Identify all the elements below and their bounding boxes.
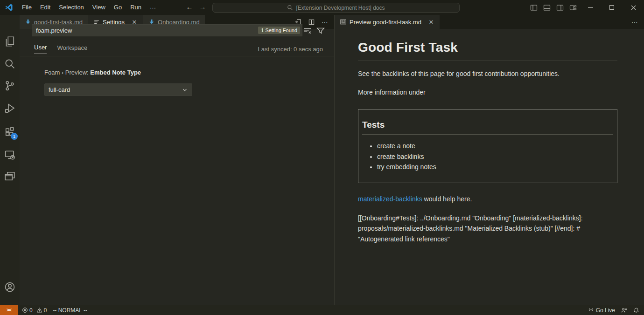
tab-preview-good-first-task[interactable]: Preview good-first-task.md ✕ [335, 15, 440, 29]
filter-settings-icon[interactable] [316, 27, 325, 35]
navigate-back-icon[interactable]: ← [184, 0, 195, 15]
notifications-bell-icon[interactable] [633, 307, 639, 314]
embedded-note-card: Tests create a note create backlinks try… [358, 109, 617, 183]
toggle-primary-sidebar-icon[interactable] [527, 0, 540, 15]
note-card-title: Tests [362, 120, 613, 135]
broadcast-icon [588, 307, 594, 313]
error-count: 0 [29, 307, 33, 314]
extensions-icon[interactable]: 1 [4, 127, 15, 138]
accounts-icon[interactable] [4, 281, 15, 293]
note-card-list: create a note create backlinks try embed… [362, 141, 613, 172]
link-suffix-text: would help here. [422, 195, 472, 203]
link-paragraph: materialized-backlinks would help here. [358, 195, 617, 203]
toggle-panel-icon[interactable] [540, 0, 553, 15]
settings-search-box: 1 Setting Found [32, 24, 302, 36]
explorer-icon[interactable] [4, 36, 15, 47]
run-debug-icon[interactable] [4, 103, 15, 114]
markdown-file-icon [25, 19, 31, 25]
menu-more-icon[interactable]: ··· [146, 4, 160, 11]
preview-title: Good First Task [358, 40, 617, 61]
last-synced-label: Last synced: 0 secs ago [258, 46, 323, 53]
menu-file[interactable]: File [18, 0, 36, 15]
menu-selection[interactable]: Selection [55, 0, 88, 15]
search-view-icon[interactable] [4, 58, 15, 69]
title-bar: File Edit Selection View Go Run ··· ← → … [0, 0, 644, 15]
tab-bar-group2: Preview good-first-task.md ✕ ⋯ [335, 15, 644, 29]
settings-scope-row: User Workspace Last synced: 0 secs ago [34, 44, 323, 54]
menu-go[interactable]: Go [110, 0, 126, 15]
editor-actions-group2: ⋯ [631, 15, 644, 29]
link-references-text: [[Onboarding#Tests]: ../Onboarding.md "O… [358, 213, 617, 245]
setting-title: Foam › Preview: Embed Note Type [44, 69, 141, 76]
problems-status[interactable]: 0 0 [22, 307, 47, 314]
scope-tab-user[interactable]: User [34, 44, 47, 54]
source-control-icon[interactable] [4, 80, 15, 91]
remote-explorer-icon[interactable] [4, 149, 15, 160]
editor-group-preview: Preview good-first-task.md ✕ ⋯ Good Firs… [334, 15, 644, 305]
tab-label: Preview good-first-task.md [350, 19, 421, 26]
chevron-down-icon [182, 87, 188, 93]
settings-header-divider [20, 56, 334, 56]
windows-view-icon[interactable] [4, 171, 15, 182]
split-editor-icon[interactable] [308, 19, 315, 26]
status-bar: >< 0 0 -- NORMAL -- Go Live [0, 305, 644, 315]
settings-search-input[interactable] [32, 27, 258, 34]
maximize-button[interactable] [601, 0, 623, 15]
toggle-secondary-sidebar-icon[interactable] [553, 0, 567, 15]
more-actions-icon[interactable]: ⋯ [631, 18, 638, 26]
remote-indicator[interactable]: >< [0, 305, 18, 315]
list-item: create a note [377, 141, 613, 151]
editor-group-settings: good-first-task.md Settings ✕ Onboarding… [20, 15, 334, 305]
close-window-button[interactable] [623, 0, 644, 15]
clear-settings-filter-icon[interactable] [303, 27, 312, 35]
menu-view[interactable]: View [88, 0, 110, 15]
go-live-button[interactable]: Go Live [588, 307, 615, 314]
vscode-logo-icon [5, 3, 13, 12]
list-item: create backlinks [377, 151, 613, 162]
warning-icon [36, 307, 42, 313]
setting-category: Foam › Preview: [44, 69, 90, 76]
preview-paragraph: More information under [358, 88, 617, 97]
vscode-window: File Edit Selection View Go Run ··· ← → … [0, 0, 644, 315]
list-item: try embedding notes [377, 162, 613, 172]
preview-pane: Good First Task See the backlinks of thi… [335, 29, 644, 305]
command-center-label: [Extension Development Host] docs [296, 5, 385, 11]
error-icon [22, 307, 28, 313]
setting-name: Embed Note Type [90, 69, 141, 76]
settings-results-badge: 1 Setting Found [258, 27, 300, 34]
search-icon [287, 5, 293, 11]
customize-layout-icon[interactable] [567, 0, 580, 15]
activity-bar: 1 ⚙ [0, 15, 20, 305]
navigate-forward-icon[interactable]: → [197, 0, 208, 15]
feedback-icon[interactable] [621, 307, 628, 314]
vim-mode-indicator[interactable]: -- NORMAL -- [53, 307, 87, 314]
minimize-button[interactable] [580, 0, 601, 15]
markdown-preview-icon [340, 19, 347, 25]
markdown-preview-content: Good First Task See the backlinks of thi… [358, 40, 617, 244]
menu-run[interactable]: Run [126, 0, 146, 15]
menu-edit[interactable]: Edit [36, 0, 55, 15]
extensions-badge: 1 [11, 133, 18, 140]
close-tab-icon[interactable]: ✕ [428, 19, 434, 26]
more-actions-icon[interactable]: ⋯ [322, 18, 329, 26]
warning-count: 0 [44, 307, 47, 314]
preview-paragraph: See the backlinks of this page for good … [358, 69, 617, 78]
command-center-search[interactable]: [Extension Development Host] docs [212, 3, 460, 13]
go-live-label: Go Live [596, 307, 615, 314]
select-value: full-card [49, 86, 70, 93]
scope-tab-workspace[interactable]: Workspace [57, 44, 87, 54]
embed-note-type-select[interactable]: full-card [44, 83, 192, 96]
materialized-backlinks-link[interactable]: materialized-backlinks [358, 195, 422, 203]
